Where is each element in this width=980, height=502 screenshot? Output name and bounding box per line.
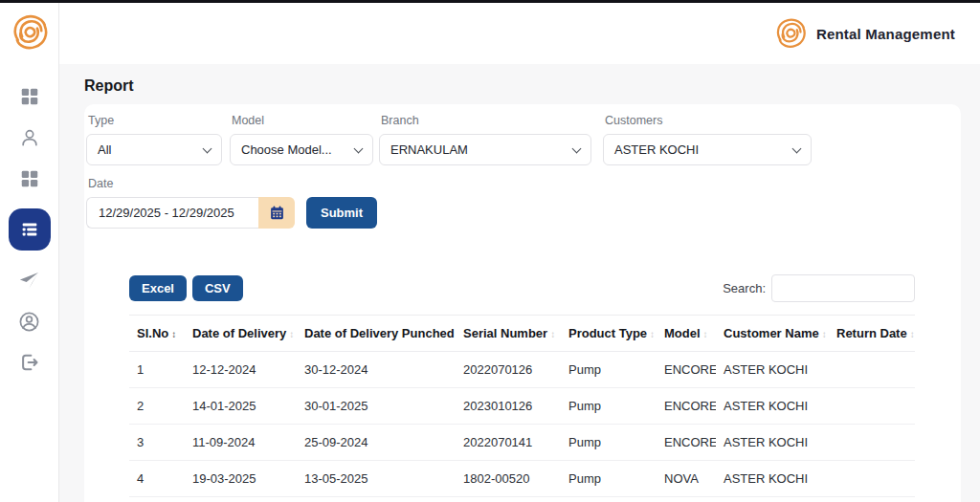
sidebar-item-6[interactable] bbox=[18, 310, 41, 333]
datatable-toolbar: Excel CSV Search: bbox=[129, 274, 915, 302]
branch-select[interactable]: ERNAKULAM bbox=[379, 134, 591, 165]
main-area: Rental Management Report Type All Mode bbox=[59, 3, 980, 502]
cell-customer-name: ASTER KOCHI bbox=[716, 461, 829, 497]
column-header-date-of-delivery[interactable]: Date of Delivery↕ bbox=[185, 316, 297, 352]
model-label: Model bbox=[232, 114, 373, 127]
cell-date-of-delivery-punched: 13-05-2025 bbox=[297, 461, 456, 497]
content-area: Report Type All Model Choose Model. bbox=[59, 64, 980, 502]
brand-title: Rental Management bbox=[816, 26, 955, 42]
cell-date-of-delivery: 19-03-2025 bbox=[185, 461, 297, 497]
cell-serial-number: 1802-00520 bbox=[456, 461, 561, 497]
brand-yarn-icon bbox=[773, 16, 808, 51]
sort-icon: ↕ bbox=[822, 329, 827, 339]
column-label: Return Date bbox=[836, 326, 907, 340]
date-range-input[interactable] bbox=[86, 197, 258, 229]
column-label: Product Type bbox=[568, 326, 647, 340]
column-header-product-type[interactable]: Product Type↕ bbox=[561, 316, 657, 352]
model-select[interactable]: Choose Model... bbox=[230, 134, 373, 165]
user-icon bbox=[19, 127, 40, 148]
brand-yarn-icon bbox=[10, 12, 50, 53]
search-label: Search: bbox=[723, 281, 766, 295]
sidebar-item-5[interactable] bbox=[18, 269, 41, 292]
customers-label: Customers bbox=[605, 114, 812, 127]
column-label: Serial Number bbox=[463, 326, 547, 340]
sort-icon: ↕ bbox=[910, 329, 915, 339]
filter-row-1: Type All Model Choose Model... bbox=[86, 114, 959, 165]
cell-date-of-delivery-punched: 30-01-2025 bbox=[297, 388, 456, 425]
chevron-down-icon bbox=[203, 143, 212, 153]
table-row: 419-03-202513-05-20251802-00520PumpNOVAA… bbox=[129, 461, 915, 497]
cell-model: ENCORE bbox=[657, 425, 716, 461]
cell-sl-no: 3 bbox=[129, 425, 185, 461]
customers-select-value: ASTER KOCHI bbox=[614, 142, 699, 157]
cell-serial-number: 2022070141 bbox=[456, 425, 561, 461]
table-row: 311-09-202425-09-20242022070141PumpENCOR… bbox=[129, 425, 915, 461]
excel-export-button[interactable]: Excel bbox=[129, 275, 187, 301]
column-label: Customer Name bbox=[724, 326, 819, 340]
cell-customer-name: ASTER KOCHI bbox=[716, 352, 829, 388]
cell-date-of-delivery: 12-03-2025 bbox=[185, 497, 297, 502]
calendar-button[interactable] bbox=[258, 197, 295, 229]
cell-model: NOVA bbox=[657, 497, 716, 502]
column-header-return-date[interactable]: Return Date↕ bbox=[829, 316, 915, 352]
cell-date-of-delivery-punched: 25-09-2024 bbox=[297, 425, 456, 461]
cell-product-type: Pump bbox=[561, 388, 657, 425]
cell-return-date bbox=[829, 352, 915, 388]
cell-product-type: Pump bbox=[561, 461, 657, 497]
cell-serial-number: 2023010126 bbox=[456, 388, 561, 425]
type-select[interactable]: All bbox=[86, 134, 222, 165]
table-row: 112-12-202430-12-20242022070126PumpENCOR… bbox=[129, 352, 915, 388]
column-header-serial-number[interactable]: Serial Number↕ bbox=[456, 316, 561, 352]
cell-date-of-delivery: 11-09-2024 bbox=[185, 425, 297, 461]
cell-serial-number: 2022070126 bbox=[456, 352, 561, 388]
top-header: Rental Management bbox=[59, 3, 980, 64]
sidebar-logo[interactable] bbox=[10, 12, 50, 56]
type-label: Type bbox=[88, 114, 222, 127]
column-label: Model bbox=[664, 326, 701, 340]
cell-customer-name: ASTER KOCHI bbox=[716, 425, 829, 461]
sidebar-item-logout[interactable] bbox=[18, 351, 41, 374]
table-header-row: Sl.No↕Date of Delivery↕Date of Delivery … bbox=[129, 316, 915, 352]
grid-icon bbox=[19, 168, 40, 189]
cell-return-date bbox=[829, 461, 915, 497]
sidebar-item-reports-active[interactable] bbox=[9, 208, 51, 251]
column-header-sl-no[interactable]: Sl.No↕ bbox=[129, 316, 185, 352]
customers-select[interactable]: ASTER KOCHI bbox=[603, 134, 812, 165]
datatable-section: Excel CSV Search: Sl.No↕Dat bbox=[129, 274, 915, 502]
cell-return-date bbox=[829, 425, 915, 461]
csv-export-button[interactable]: CSV bbox=[192, 275, 243, 301]
cell-model: ENCORE bbox=[657, 352, 716, 388]
sidebar-item-1[interactable] bbox=[18, 85, 41, 108]
cell-return-date bbox=[829, 497, 915, 502]
branch-select-value: ERNAKULAM bbox=[390, 142, 468, 157]
branch-label: Branch bbox=[381, 114, 591, 127]
sort-icon: ↕ bbox=[550, 329, 555, 339]
chevron-down-icon bbox=[792, 143, 802, 153]
sort-icon: ↕ bbox=[289, 329, 294, 339]
cell-customer-name: ASTER KOCHI bbox=[716, 388, 829, 425]
column-header-model[interactable]: Model↕ bbox=[657, 316, 716, 352]
logout-icon bbox=[19, 352, 40, 373]
cell-sl-no: 2 bbox=[129, 388, 185, 425]
paper-plane-icon bbox=[18, 270, 40, 292]
report-card: Type All Model Choose Model... bbox=[84, 104, 961, 502]
cell-serial-number: 1905-01947 bbox=[456, 497, 561, 502]
filter-row-2: Date bbox=[86, 177, 959, 229]
column-header-date-of-delivery-punched[interactable]: Date of Delivery Punched↕ bbox=[297, 316, 456, 352]
cell-date-of-delivery-punched: 30-12-2024 bbox=[297, 352, 456, 388]
cell-sl-no: 4 bbox=[129, 461, 185, 497]
search-input[interactable] bbox=[771, 274, 915, 302]
report-table: Sl.No↕Date of Delivery↕Date of Delivery … bbox=[129, 315, 915, 502]
date-label: Date bbox=[88, 177, 295, 190]
header-brand: Rental Management bbox=[773, 16, 955, 51]
cell-model: NOVA bbox=[657, 461, 716, 497]
table-body: 112-12-202430-12-20242022070126PumpENCOR… bbox=[129, 352, 915, 502]
sidebar-item-3[interactable] bbox=[18, 167, 41, 190]
column-label: Date of Delivery Punched bbox=[304, 326, 455, 340]
column-header-customer-name[interactable]: Customer Name↕ bbox=[716, 316, 829, 352]
sidebar bbox=[0, 3, 59, 502]
chevron-down-icon bbox=[572, 143, 582, 153]
cell-return-date bbox=[829, 388, 915, 425]
submit-button[interactable]: Submit bbox=[306, 197, 377, 229]
sidebar-item-2[interactable] bbox=[18, 126, 41, 149]
